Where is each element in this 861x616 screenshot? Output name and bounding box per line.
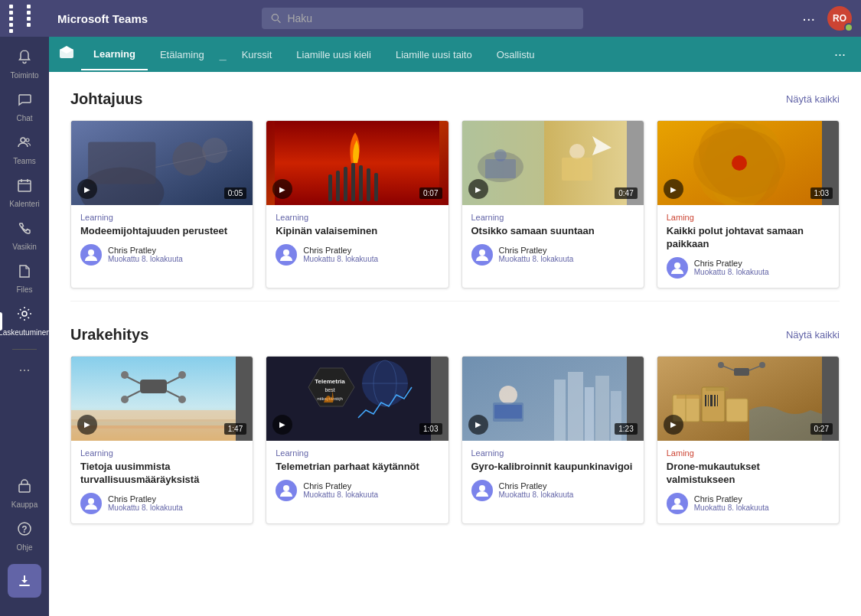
- user-avatar-wrap[interactable]: RO: [827, 6, 852, 31]
- tab-more-icon[interactable]: ···: [828, 47, 852, 63]
- chat-icon: [17, 92, 32, 111]
- svg-rect-45: [562, 158, 592, 181]
- play-btn-5[interactable]: ▶: [77, 415, 97, 435]
- see-all-johtajuus[interactable]: Näytä kaikki: [786, 93, 840, 105]
- card-2[interactable]: ▶ 0:07 Learning Kipinän valaiseminen: [266, 120, 448, 288]
- card-5[interactable]: ▶ 1:47 Learning Tietoja uusimmista turva…: [70, 356, 253, 524]
- card-thumb-5: ▶ 1:47: [71, 357, 253, 441]
- download-button[interactable]: [8, 564, 41, 598]
- author-avatar-1: [80, 244, 102, 266]
- sidebar-item-calendar[interactable]: Kalenteri: [0, 171, 49, 214]
- card-source-8: Laming: [667, 448, 830, 458]
- card-source-4: Laming: [667, 213, 830, 222]
- svg-rect-82: [595, 376, 609, 441]
- card-body-6: Learning Telemetrian parhaat käytännöt C…: [266, 441, 448, 510]
- app-grid-icon[interactable]: [9, 5, 42, 33]
- svg-line-16: [20, 318, 21, 319]
- search-input[interactable]: [287, 12, 574, 24]
- tab-kurssit[interactable]: Kurssit: [230, 40, 285, 70]
- svg-point-66: [178, 371, 186, 379]
- card-thumb-4: ▶ 1:03: [657, 121, 839, 205]
- card-4[interactable]: ▶ 1:03 Laming Kaikki polut johtavat sama…: [657, 120, 840, 288]
- card-8[interactable]: ▶ 0:27 Laming Drone-mukautukset valmistu…: [657, 356, 840, 524]
- svg-rect-81: [585, 387, 594, 441]
- sidebar: Toiminto Chat Teams: [0, 37, 49, 616]
- sidebar-item-store[interactable]: Kauppa: [2, 472, 47, 515]
- section-header-urakehitys: Urakehitys Näytä kaikki: [70, 326, 840, 344]
- apps-icon: [17, 306, 32, 325]
- author-avatar-8: [667, 493, 688, 514]
- tab-learning[interactable]: Learning: [81, 39, 148, 70]
- play-btn-1[interactable]: ▶: [77, 179, 97, 199]
- sidebar-item-calls[interactable]: Vasikin: [0, 214, 49, 257]
- card-3[interactable]: ▶ 0:47 Learning Otsikko samaan suuntaan: [461, 120, 644, 288]
- svg-rect-100: [705, 395, 706, 406]
- card-author-8: Chris Pratley Muokattu 8. lokakuuta: [667, 493, 830, 514]
- search-bar[interactable]: [262, 8, 583, 29]
- author-avatar-2: [276, 244, 297, 266]
- tab-uusi-taito[interactable]: Liamille uusi taito: [383, 40, 484, 70]
- section-divider: [70, 301, 840, 301]
- svg-point-87: [479, 485, 485, 491]
- sidebar-label-chat: Chat: [16, 114, 32, 122]
- sidebar-item-files[interactable]: Files: [0, 257, 49, 300]
- play-btn-3[interactable]: ▶: [468, 179, 488, 199]
- svg-point-68: [88, 498, 94, 504]
- card-6[interactable]: Telemetria best ntikaytäntöjh ▶ 1:03 Lea…: [266, 356, 448, 524]
- more-options-icon[interactable]: ···: [802, 10, 815, 28]
- svg-point-64: [121, 371, 129, 379]
- duration-2: 0:07: [419, 187, 442, 199]
- sidebar-item-teams[interactable]: Teams: [0, 129, 49, 171]
- sidebar-label-apps: Laskeutuminen: [0, 328, 51, 337]
- tab-etalaming[interactable]: Etälaming: [148, 40, 217, 70]
- svg-point-105: [674, 498, 680, 504]
- sidebar-item-apps[interactable]: Laskeutuminen: [0, 300, 49, 343]
- see-all-urakehitys[interactable]: Näytä kaikki: [786, 329, 840, 341]
- svg-rect-31: [336, 171, 340, 201]
- card-source-2: Learning: [276, 213, 439, 222]
- svg-text:best: best: [325, 387, 335, 393]
- author-avatar-7: [471, 480, 493, 501]
- card-source-6: Learning: [276, 448, 439, 458]
- tab-uusi-kieli[interactable]: Liamille uusi kieli: [284, 40, 383, 70]
- sidebar-more-icon: ···: [18, 362, 30, 378]
- play-btn-7[interactable]: ▶: [468, 415, 488, 435]
- card-author-5: Chris Pratley Muokattu 8. lokakuuta: [80, 493, 243, 514]
- svg-point-25: [172, 142, 206, 175]
- card-thumb-8: ▶ 0:27: [657, 357, 839, 441]
- card-title-5: Tietoja uusimmista turvallisuusmääräyksi…: [80, 461, 243, 487]
- play-btn-8[interactable]: ▶: [664, 415, 683, 435]
- scroll-area[interactable]: Johtajuus Näytä kaikki: [49, 72, 861, 616]
- card-thumb-3: ▶ 0:47: [462, 121, 644, 205]
- card-author-1: Chris Pratley Muokattu 8. lokakuuta: [80, 244, 243, 266]
- sidebar-item-more[interactable]: ···: [0, 356, 49, 384]
- card-body-2: Learning Kipinän valaiseminen Chris Prat…: [266, 205, 448, 275]
- card-1[interactable]: ▶ 0:05 Learning Modeemijohtajuuden perus…: [70, 120, 253, 288]
- card-7[interactable]: ▶ 1:23 Learning Gyro-kalibroinnit kaupun…: [461, 356, 644, 524]
- svg-rect-102: [710, 395, 713, 406]
- svg-rect-32: [344, 167, 347, 201]
- sidebar-item-chat[interactable]: Chat: [0, 86, 49, 129]
- svg-rect-24: [88, 142, 155, 184]
- svg-line-14: [28, 318, 30, 319]
- svg-point-26: [202, 138, 227, 163]
- tab-osallistu[interactable]: Osallistu: [484, 40, 547, 70]
- play-btn-6[interactable]: ▶: [272, 415, 292, 435]
- svg-point-44: [569, 144, 585, 159]
- store-icon: [17, 478, 32, 497]
- sidebar-item-help[interactable]: ? Ohje: [2, 515, 47, 558]
- card-source-7: Learning: [471, 448, 634, 458]
- author-avatar-3: [471, 244, 493, 266]
- card-body-5: Learning Tietoja uusimmista turvallisuus…: [71, 441, 253, 523]
- sidebar-label-calendar: Kalenteri: [9, 200, 39, 208]
- svg-rect-94: [726, 399, 748, 422]
- play-btn-4[interactable]: ▶: [664, 179, 683, 199]
- sidebar-label-files: Files: [16, 285, 32, 294]
- svg-point-0: [272, 15, 278, 21]
- duration-5: 1:47: [224, 423, 246, 435]
- card-body-8: Laming Drone-mukautukset valmistukseen C…: [657, 441, 839, 523]
- author-info-6: Chris Pratley Muokattu 8. lokakuuta: [303, 481, 378, 499]
- sidebar-label-help: Ohje: [16, 543, 32, 552]
- sidebar-item-activity[interactable]: Toiminto: [0, 43, 49, 86]
- svg-rect-35: [367, 168, 370, 201]
